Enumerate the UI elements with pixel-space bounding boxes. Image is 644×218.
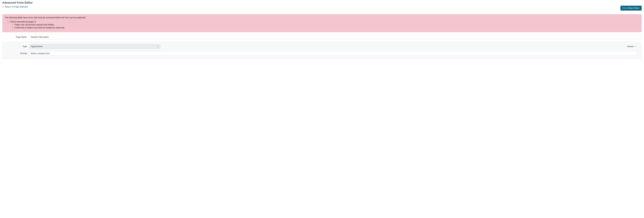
prompt-row: Prompt [2, 51, 639, 56]
error-messages-list: Fields may not be both required and hidd… [10, 23, 639, 29]
chevron-down-icon [635, 45, 637, 48]
field-config-panel: Type Actions Prompt [2, 42, 642, 59]
page-name-row: Page Name [2, 35, 642, 40]
actions-label: Actions [627, 45, 634, 48]
prompt-input-wrap [29, 51, 639, 56]
type-label: Type [2, 45, 29, 48]
return-to-page-selection-link[interactable]: <- Return To Page Selection [2, 6, 28, 8]
error-message: A field that is hidden must also be mark… [14, 26, 639, 29]
error-field-name: CHILD.international (page 1) [10, 20, 36, 23]
error-field-item: CHILD.international (page 1) Fields may … [10, 20, 639, 29]
type-select-wrap [29, 44, 160, 49]
actions-dropdown[interactable]: Actions [627, 45, 639, 48]
prompt-label: Prompt [2, 52, 29, 55]
header-row: <- Return To Page Selection Go to Basic … [2, 6, 642, 10]
error-intro-text: The following fields have errors that mu… [5, 16, 639, 19]
go-to-basic-editor-button[interactable]: Go to Basic Editor [620, 6, 642, 10]
page-name-label: Page Name [2, 36, 29, 38]
error-panel: The following fields have errors that mu… [2, 14, 642, 32]
page-name-input[interactable] [29, 35, 642, 40]
page-title: Advanced Form Editor [2, 1, 642, 4]
prompt-input[interactable] [29, 51, 637, 56]
type-row: Type Actions [2, 44, 639, 49]
error-message: Fields may not be both required and hidd… [14, 23, 639, 26]
type-select[interactable] [29, 44, 160, 49]
error-field-list: CHILD.international (page 1) Fields may … [5, 20, 639, 29]
